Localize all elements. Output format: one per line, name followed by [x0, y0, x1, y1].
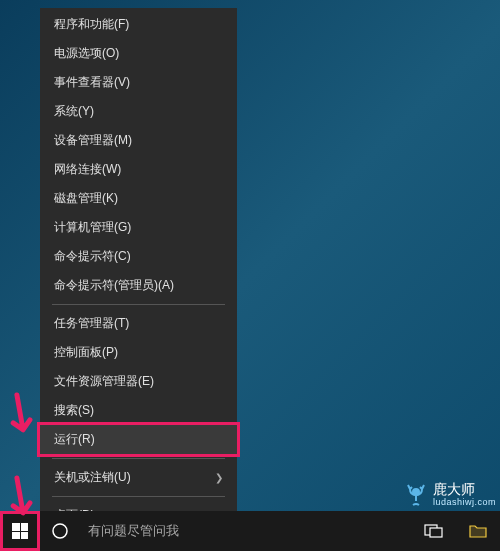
menu-item-event-viewer[interactable]: 事件查看器(V)	[40, 68, 237, 97]
watermark-title: 鹿大师	[433, 482, 496, 497]
menu-item-command-prompt[interactable]: 命令提示符(C)	[40, 242, 237, 271]
folder-icon	[468, 523, 488, 539]
menu-item-power-options[interactable]: 电源选项(O)	[40, 39, 237, 68]
taskbar: 有问题尽管问我	[0, 511, 500, 551]
winx-context-menu: 程序和功能(F) 电源选项(O) 事件查看器(V) 系统(Y) 设备管理器(M)…	[40, 8, 237, 532]
task-view-button[interactable]	[412, 511, 456, 551]
menu-divider	[52, 496, 225, 497]
menu-item-system[interactable]: 系统(Y)	[40, 97, 237, 126]
cortana-button[interactable]	[40, 511, 80, 551]
watermark: 鹿大师 ludashiwj.com	[402, 481, 496, 509]
menu-item-task-manager[interactable]: 任务管理器(T)	[40, 309, 237, 338]
taskbar-app-button[interactable]	[456, 511, 500, 551]
watermark-subtitle: ludashiwj.com	[433, 498, 496, 508]
menu-item-shutdown-signout[interactable]: 关机或注销(U) ❯	[40, 463, 237, 492]
chevron-right-icon: ❯	[215, 472, 223, 483]
menu-item-computer-management[interactable]: 计算机管理(G)	[40, 213, 237, 242]
cortana-icon	[51, 522, 69, 540]
menu-item-file-explorer[interactable]: 文件资源管理器(E)	[40, 367, 237, 396]
menu-item-network-connections[interactable]: 网络连接(W)	[40, 155, 237, 184]
menu-item-programs-features[interactable]: 程序和功能(F)	[40, 10, 237, 39]
search-input[interactable]: 有问题尽管问我	[80, 511, 310, 551]
deer-icon	[402, 481, 430, 509]
svg-point-0	[412, 488, 420, 496]
menu-item-command-prompt-admin[interactable]: 命令提示符(管理员)(A)	[40, 271, 237, 300]
menu-item-control-panel[interactable]: 控制面板(P)	[40, 338, 237, 367]
svg-rect-3	[430, 528, 442, 537]
menu-divider	[52, 458, 225, 459]
menu-divider	[52, 304, 225, 305]
menu-item-disk-management[interactable]: 磁盘管理(K)	[40, 184, 237, 213]
menu-item-device-manager[interactable]: 设备管理器(M)	[40, 126, 237, 155]
task-view-icon	[424, 524, 444, 538]
menu-item-search[interactable]: 搜索(S)	[40, 396, 237, 425]
svg-point-1	[53, 524, 67, 538]
menu-item-run[interactable]: 运行(R)	[37, 422, 240, 457]
